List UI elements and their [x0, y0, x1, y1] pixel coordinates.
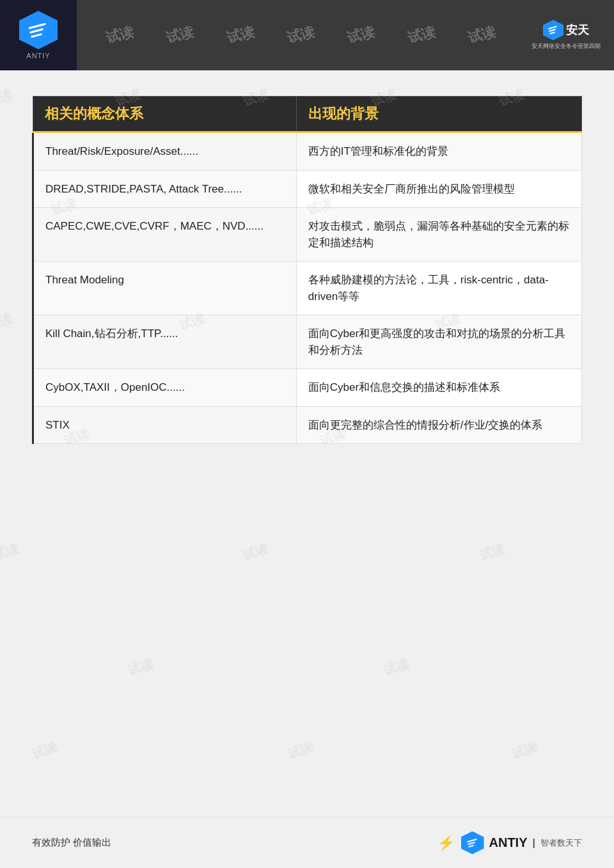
row3-col1: CAPEC,CWE,CVE,CVRF，MAEC，NVD......: [33, 208, 297, 262]
header-wm-1: 试读: [104, 22, 136, 48]
header-right-logo: 安天 安天网络安全冬令营第四期: [524, 6, 608, 64]
logo-lines: [28, 22, 48, 38]
antiy-name: 安天: [566, 22, 589, 38]
row6-col2: 面向Cyber和信息交换的描述和标准体系: [296, 369, 581, 407]
wm-18: 试读: [30, 738, 60, 763]
row1-col2: 西方的IT管理和标准化的背景: [296, 132, 581, 171]
footer-logo-icon: [461, 832, 484, 855]
row4-col1: Threat Modeling: [33, 262, 297, 315]
logo-line-2: [29, 28, 43, 33]
footer-antiy-text: ANTIY: [489, 835, 528, 849]
table-body: Threat/Risk/Exposure/Asset...... 西方的IT管理…: [33, 132, 582, 444]
table-row-6: CybOX,TAXII，OpenIOC...... 面向Cyber和信息交换的描…: [33, 369, 582, 407]
col2-header: 出现的背景: [296, 97, 581, 132]
logo-line-3: [31, 33, 42, 38]
wm-15: 试读: [478, 540, 508, 565]
row7-col2: 面向更完整的综合性的情报分析/作业/交换的体系: [296, 406, 581, 444]
row5-col1: Kill Chain,钻石分析,TTP......: [33, 315, 297, 369]
table-header-row: 相关的概念体系 出现的背景: [33, 97, 582, 132]
table-row-4: Threat Modeling 各种威胁建模的方法论，工具，risk-centr…: [33, 262, 582, 315]
header-wm-3: 试读: [224, 22, 256, 48]
table-row-5: Kill Chain,钻石分析,TTP...... 面向Cyber和更高强度的攻…: [33, 315, 582, 369]
antiy-brand: 安天: [543, 20, 589, 40]
row5-col2: 面向Cyber和更高强度的攻击和对抗的场景的分析工具和分析方法: [296, 315, 581, 369]
table-row-3: CAPEC,CWE,CVE,CVRF，MAEC，NVD...... 对攻击模式，…: [33, 208, 582, 262]
row3-col2: 对攻击模式，脆弱点，漏洞等各种基础的安全元素的标定和描述结构: [296, 208, 581, 262]
data-table: 相关的概念体系 出现的背景 Threat/Risk/Exposure/Asset…: [32, 96, 582, 444]
footer-brand-name: ANTIY: [489, 835, 528, 850]
footer-logo-lines: [466, 839, 478, 848]
wm-16: 试读: [126, 655, 156, 680]
row6-col1: CybOX,TAXII，OpenIOC......: [33, 369, 297, 407]
row2-col1: DREAD,STRIDE,PASTA, Attack Tree......: [33, 170, 297, 208]
header-wm-6: 试读: [405, 22, 437, 48]
header-wm-2: 试读: [164, 22, 196, 48]
table-row-1: Threat/Risk/Exposure/Asset...... 西方的IT管理…: [33, 132, 582, 171]
logo-area: ANTIY: [0, 0, 77, 70]
logo-text: ANTIY: [26, 52, 50, 59]
wm-17: 试读: [382, 655, 412, 680]
main-content: 相关的概念体系 出现的背景 Threat/Risk/Exposure/Asset…: [0, 70, 614, 463]
footer-separator: |: [533, 837, 535, 849]
footer: 有效防护 价值输出 ⚡ ANTIY | 智者数天下: [0, 817, 614, 868]
footer-brand-sub: 智者数天下: [540, 837, 582, 849]
row7-col1: STIX: [33, 406, 297, 444]
logo-line-1: [28, 22, 46, 29]
header-wm-5: 试读: [345, 22, 377, 48]
table-row-2: DREAD,STRIDE,PASTA, Attack Tree...... 微软…: [33, 170, 582, 208]
wm-20: 试读: [510, 738, 540, 763]
footer-logo-line-3: [468, 844, 474, 847]
antiy-subtitle: 安天网络安全冬令营第四期: [531, 42, 601, 51]
antiy-icon: [543, 20, 563, 40]
row4-col2: 各种威胁建模的方法论，工具，risk-centric，data-driven等等: [296, 262, 581, 315]
header-wm-4: 试读: [285, 22, 317, 48]
wm-13: 试读: [0, 540, 21, 565]
logo-hexagon: [19, 11, 58, 49]
footer-tagline: 有效防护 价值输出: [32, 837, 111, 849]
antiy-icon-line-3: [549, 31, 555, 34]
wm-14: 试读: [241, 540, 271, 565]
row2-col2: 微软和相关安全厂商所推出的风险管理模型: [296, 170, 581, 208]
wm-19: 试读: [286, 738, 316, 763]
lightning-icon: ⚡: [437, 835, 455, 851]
header: ANTIY 试读 试读 试读 试读 试读 试读 试读 安天 安天网络安全冬令营第…: [0, 0, 614, 70]
row1-col1: Threat/Risk/Exposure/Asset......: [33, 132, 297, 171]
header-watermarks: 试读 试读 试读 试读 试读 试读 试读: [77, 26, 524, 45]
footer-logo-line-1: [466, 839, 476, 842]
footer-right: ⚡ ANTIY | 智者数天下: [437, 832, 582, 855]
antiy-icon-lines: [548, 26, 558, 34]
col1-header: 相关的概念体系: [33, 97, 297, 132]
header-wm-7: 试读: [466, 22, 498, 48]
table-row-7: STIX 面向更完整的综合性的情报分析/作业/交换的体系: [33, 406, 582, 444]
